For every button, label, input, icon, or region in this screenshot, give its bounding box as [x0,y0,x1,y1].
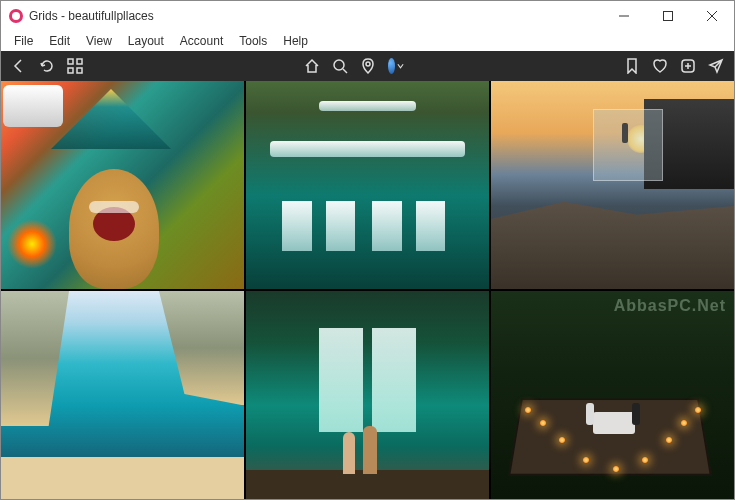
post-thumbnail[interactable]: AbbasPC.Net [491,291,734,499]
menu-file[interactable]: File [7,32,40,50]
likes-button[interactable] [652,58,668,74]
close-button[interactable] [690,1,734,31]
menubar: File Edit View Layout Account Tools Help [1,31,734,51]
svg-rect-1 [68,59,73,64]
post-thumbnail[interactable] [1,291,244,499]
watermark-text: AbbasPC.Net [614,297,726,315]
bookmark-button[interactable] [624,58,640,74]
app-name-text: Grids [29,9,58,23]
explore-dropdown[interactable] [388,58,404,74]
profile-name-text: beautifullpllaces [68,9,153,23]
minimize-button[interactable] [602,1,646,31]
new-post-button[interactable] [680,58,696,74]
menu-layout[interactable]: Layout [121,32,171,50]
post-thumbnail[interactable] [491,81,734,289]
direct-messages-button[interactable] [708,58,724,74]
svg-point-5 [334,60,344,70]
toolbar [1,51,734,81]
post-thumbnail[interactable] [246,81,489,289]
titlebar: Grids - beautifullpllaces [1,1,734,31]
post-grid: AbbasPC.Net [1,81,734,499]
menu-edit[interactable]: Edit [42,32,77,50]
svg-rect-2 [77,59,82,64]
location-button[interactable] [360,58,376,74]
svg-rect-4 [77,68,82,73]
menu-tools[interactable]: Tools [232,32,274,50]
window-title: Grids - beautifullpllaces [29,9,154,23]
globe-icon [388,58,395,74]
menu-help[interactable]: Help [276,32,315,50]
post-thumbnail[interactable] [1,81,244,289]
post-thumbnail[interactable] [246,291,489,499]
home-button[interactable] [304,58,320,74]
menu-view[interactable]: View [79,32,119,50]
svg-rect-3 [68,68,73,73]
app-icon [9,9,23,23]
grid-view-button[interactable] [67,58,83,74]
chevron-down-icon [397,58,404,74]
maximize-button[interactable] [646,1,690,31]
menu-account[interactable]: Account [173,32,230,50]
svg-rect-0 [664,12,673,21]
svg-point-6 [366,62,370,66]
back-button[interactable] [11,58,27,74]
refresh-button[interactable] [39,58,55,74]
search-button[interactable] [332,58,348,74]
